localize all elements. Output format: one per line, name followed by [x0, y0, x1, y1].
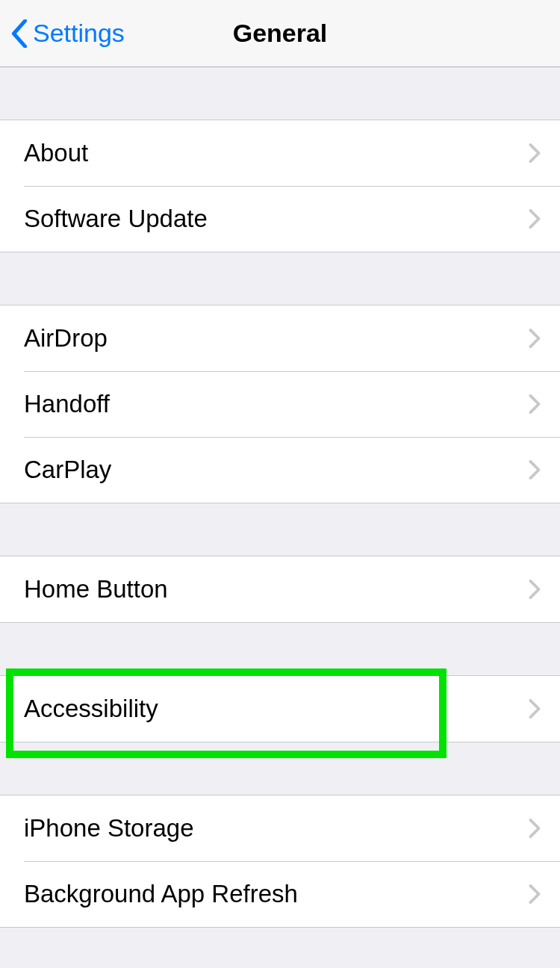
- row-label: Handoff: [24, 390, 529, 418]
- chevron-left-icon: [10, 19, 28, 48]
- group-about: About Software Update: [0, 120, 560, 252]
- row-carplay[interactable]: CarPlay: [0, 437, 560, 503]
- row-handoff[interactable]: Handoff: [0, 371, 560, 437]
- chevron-right-icon: [529, 143, 541, 163]
- group-spacer: [0, 928, 560, 968]
- group-connectivity: AirDrop Handoff CarPlay: [0, 305, 560, 503]
- row-label: iPhone Storage: [24, 814, 529, 843]
- row-software-update[interactable]: Software Update: [0, 186, 560, 252]
- row-label: About: [24, 139, 529, 167]
- chevron-right-icon: [529, 580, 541, 599]
- chevron-right-icon: [529, 699, 541, 719]
- row-label: AirDrop: [24, 324, 529, 353]
- row-label: Software Update: [24, 205, 529, 233]
- nav-bar: Settings General: [0, 0, 560, 67]
- group-spacer: [0, 503, 560, 556]
- row-airdrop[interactable]: AirDrop: [0, 305, 560, 371]
- row-label: Background App Refresh: [24, 880, 529, 908]
- group-storage: iPhone Storage Background App Refresh: [0, 795, 560, 928]
- row-home-button[interactable]: Home Button: [0, 556, 560, 622]
- row-accessibility[interactable]: Accessibility: [0, 676, 560, 742]
- row-about[interactable]: About: [0, 120, 560, 186]
- back-button[interactable]: Settings: [0, 19, 125, 48]
- chevron-right-icon: [529, 329, 541, 348]
- back-label: Settings: [33, 19, 125, 48]
- group-spacer: [0, 623, 560, 675]
- group-home-button: Home Button: [0, 556, 560, 623]
- row-background-app-refresh[interactable]: Background App Refresh: [0, 861, 560, 927]
- row-label: Home Button: [24, 575, 529, 604]
- chevron-right-icon: [529, 209, 541, 229]
- group-accessibility: Accessibility: [0, 675, 560, 742]
- chevron-right-icon: [529, 394, 541, 414]
- row-label: Accessibility: [24, 695, 529, 723]
- row-iphone-storage[interactable]: iPhone Storage: [0, 795, 560, 861]
- row-label: CarPlay: [24, 456, 529, 484]
- group-spacer: [0, 742, 560, 795]
- group-spacer: [0, 67, 560, 120]
- chevron-right-icon: [529, 819, 541, 838]
- group-spacer: [0, 252, 560, 305]
- chevron-right-icon: [529, 884, 541, 904]
- chevron-right-icon: [529, 460, 541, 480]
